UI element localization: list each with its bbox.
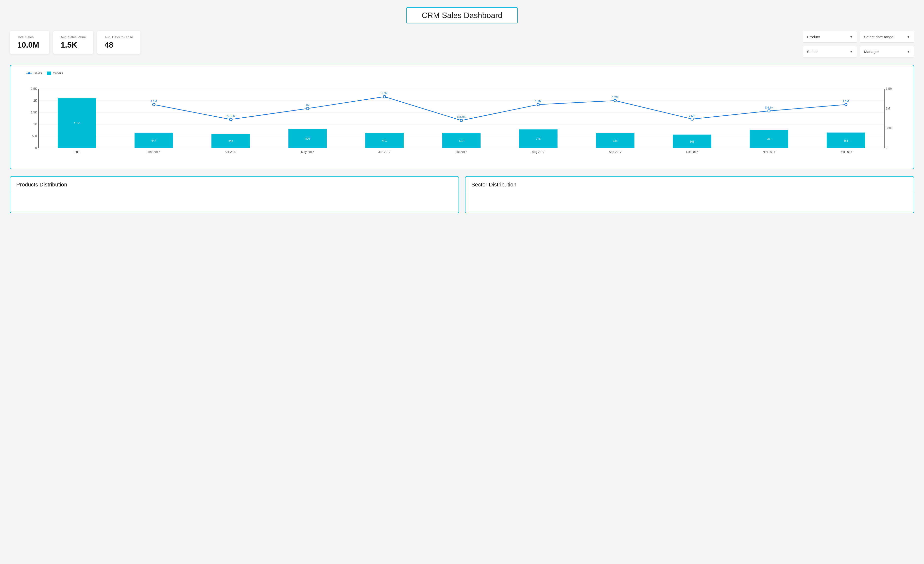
metric-label-1: Avg. Sales Value (61, 35, 86, 39)
svg-text:651: 651 (844, 139, 848, 142)
manager-filter[interactable]: Manager▼ (860, 46, 914, 57)
chevron-down-icon: ▼ (850, 35, 853, 39)
svg-text:805: 805 (305, 137, 310, 140)
svg-point-50 (614, 99, 616, 102)
filters-group: Product▼Select date range▼Sector▼Manager… (803, 31, 914, 57)
svg-text:938.9K: 938.9K (765, 106, 774, 109)
svg-text:null: null (75, 150, 80, 153)
svg-point-38 (153, 103, 155, 106)
svg-text:647: 647 (152, 139, 156, 142)
chart-legend: Sales Orders (26, 71, 908, 75)
svg-text:627: 627 (459, 139, 464, 142)
svg-point-42 (306, 107, 309, 110)
svg-text:Oct 2017: Oct 2017 (686, 150, 698, 153)
svg-text:768: 768 (767, 138, 771, 141)
svg-text:Aug 2017: Aug 2017 (532, 150, 545, 153)
sector-distribution-content (465, 193, 914, 213)
orders-bar-icon (47, 72, 51, 75)
svg-point-46 (460, 119, 463, 122)
svg-text:Mar 2017: Mar 2017 (148, 150, 160, 153)
svg-text:May 2017: May 2017 (301, 150, 314, 153)
svg-text:500K: 500K (886, 126, 893, 130)
products-distribution-content (10, 193, 459, 213)
svg-text:785: 785 (536, 137, 541, 140)
sales-line-icon (26, 73, 32, 74)
svg-text:Apr 2017: Apr 2017 (225, 150, 237, 153)
filter-label-0: Product (807, 35, 820, 39)
product-filter[interactable]: Product▼ (803, 31, 857, 43)
filter-label-3: Manager (864, 50, 879, 54)
metric-card-0: Total Sales 10.0M (10, 31, 49, 54)
metrics-group: Total Sales 10.0M Avg. Sales Value 1.5K … (10, 31, 141, 54)
svg-text:1.2M: 1.2M (612, 96, 618, 99)
metric-value-0: 10.0M (17, 41, 42, 50)
page-title: CRM Sales Dashboard (422, 11, 502, 20)
chevron-down-icon: ▼ (907, 50, 910, 54)
svg-text:721.9K: 721.9K (226, 114, 235, 117)
metric-label-2: Avg. Days to Close (105, 35, 133, 39)
svg-text:Dec 2017: Dec 2017 (840, 150, 852, 153)
svg-text:1.3M: 1.3M (381, 92, 388, 95)
svg-text:0: 0 (886, 146, 888, 150)
filter-label-1: Select date range (864, 35, 894, 39)
svg-text:Nov 2017: Nov 2017 (763, 150, 776, 153)
metric-value-1: 1.5K (61, 41, 86, 50)
top-row: Total Sales 10.0M Avg. Sales Value 1.5K … (10, 31, 914, 57)
svg-text:1.5M: 1.5M (886, 87, 892, 90)
svg-text:1M: 1M (306, 104, 310, 107)
products-distribution-card: Products Distribution (10, 176, 459, 213)
sector-distribution-card: Sector Distribution (465, 176, 914, 213)
main-chart-svg: 05001K1.5K2K2.5K0500K1M1.5M2.1K647586805… (26, 79, 898, 163)
chevron-down-icon: ▼ (907, 35, 910, 39)
svg-text:586: 586 (228, 140, 233, 143)
svg-text:2K: 2K (33, 99, 37, 102)
svg-text:641: 641 (382, 139, 387, 142)
svg-text:1K: 1K (33, 123, 37, 126)
sector-filter[interactable]: Sector▼ (803, 46, 857, 57)
page-title-wrapper: CRM Sales Dashboard (10, 8, 914, 23)
svg-text:2.5K: 2.5K (31, 87, 37, 90)
svg-text:1.5K: 1.5K (31, 111, 37, 114)
filter-label-2: Sector (807, 50, 818, 54)
svg-text:1.1M: 1.1M (843, 100, 849, 102)
svg-point-44 (383, 95, 386, 98)
chart-section: Sales Orders 05001K1.5K2K2.5K0500K1M1.5M… (10, 65, 914, 169)
metric-card-1: Avg. Sales Value 1.5K (53, 31, 93, 54)
svg-point-48 (537, 103, 540, 106)
svg-text:635: 635 (613, 139, 618, 142)
distribution-row: Products Distribution Sector Distributio… (10, 176, 914, 213)
svg-text:0: 0 (35, 146, 37, 150)
svg-text:732K: 732K (689, 114, 696, 117)
metric-label-0: Total Sales (17, 35, 42, 39)
chevron-down-icon: ▼ (850, 50, 853, 54)
svg-text:2.1K: 2.1K (74, 122, 80, 125)
sales-legend-label: Sales (33, 71, 42, 75)
svg-point-40 (230, 118, 232, 120)
svg-text:1.1M: 1.1M (535, 100, 542, 102)
legend-orders: Orders (47, 71, 63, 75)
svg-text:1.1M: 1.1M (151, 100, 157, 102)
svg-text:Jun 2017: Jun 2017 (378, 150, 391, 153)
svg-text:1M: 1M (886, 107, 890, 110)
svg-text:696.9K: 696.9K (457, 116, 466, 118)
products-distribution-title: Products Distribution (10, 177, 459, 193)
page-title-box: CRM Sales Dashboard (406, 8, 518, 23)
metric-card-2: Avg. Days to Close 48 (97, 31, 140, 54)
svg-text:Sep 2017: Sep 2017 (609, 150, 622, 153)
sector-distribution-title: Sector Distribution (465, 177, 914, 193)
chart-container: 05001K1.5K2K2.5K0500K1M1.5M2.1K647586805… (26, 79, 898, 163)
date-filter[interactable]: Select date range▼ (860, 31, 914, 43)
svg-text:566: 566 (690, 140, 694, 143)
orders-legend-label: Orders (53, 71, 63, 75)
svg-point-54 (768, 110, 770, 112)
svg-point-56 (844, 103, 847, 106)
metric-value-2: 48 (105, 41, 133, 50)
svg-point-52 (691, 118, 693, 120)
legend-sales: Sales (26, 71, 42, 75)
svg-text:Jul 2017: Jul 2017 (456, 150, 467, 153)
svg-text:500: 500 (32, 134, 37, 138)
